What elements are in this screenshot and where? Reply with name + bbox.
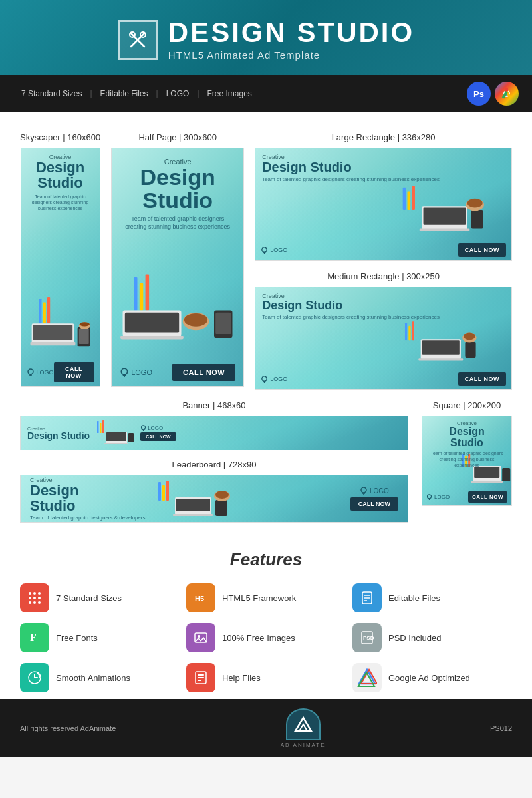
features-section: Features 7 Standard Sizes H5 HTML5 Frame… xyxy=(0,536,532,699)
sky-cta[interactable]: CALL NOW xyxy=(54,362,94,382)
svg-point-16 xyxy=(28,369,33,374)
halfpage-label: Half Page | 300x600 xyxy=(111,132,244,142)
standard-sizes-label: 7 Standard Sizes xyxy=(56,593,122,603)
html5-label: HTML5 Framework xyxy=(222,593,296,603)
google-chrome-icon[interactable] xyxy=(495,82,519,106)
svg-rect-46 xyxy=(412,321,414,340)
right-column: Large Rectangle | 336x280 Creative Desig… xyxy=(255,132,512,390)
lb-logo: LOGO xyxy=(350,487,398,495)
header-subtitle: HTML5 Animated Ad Template xyxy=(168,49,414,61)
free-images-label: 100% Free Images xyxy=(222,633,295,643)
sq-design: Design xyxy=(427,426,507,437)
svg-rect-38 xyxy=(471,210,483,228)
svg-text:H5: H5 xyxy=(195,595,204,602)
svg-point-89 xyxy=(33,592,36,595)
leaderboard-section: Leaderboard | 728x90 Creative Design Stu… xyxy=(20,460,408,523)
skyscraper-section: Skyscaper | 160x600 Creative Design Stud… xyxy=(20,132,100,390)
svg-point-94 xyxy=(29,601,31,604)
svg-rect-7 xyxy=(43,302,45,323)
med-logo: LOGO xyxy=(261,376,287,383)
lg-desk-svg xyxy=(370,184,511,237)
google-ad-label: Google Ad Optimized xyxy=(388,673,470,683)
svg-rect-44 xyxy=(405,323,407,340)
svg-rect-50 xyxy=(466,342,476,358)
svg-rect-58 xyxy=(102,420,104,433)
banner-cta[interactable]: CALL NOW xyxy=(140,432,176,441)
svg-text:PSD: PSD xyxy=(363,635,374,641)
lg-desc: Team of talented graphic designers creat… xyxy=(262,176,505,183)
svg-rect-32 xyxy=(403,188,406,210)
leaderboard-label: Leaderboard | 728x90 xyxy=(20,460,408,469)
lb-cta[interactable]: CALL NOW xyxy=(350,497,398,511)
banner-row: Banner | 468x60 Creative Design Studio xyxy=(20,400,512,523)
navbar-link-images[interactable]: Free Images xyxy=(200,89,260,98)
svg-rect-10 xyxy=(33,325,72,340)
navbar-link-editable[interactable]: Editable Files xyxy=(92,89,156,98)
footer-brand-section: AD ANIMATE xyxy=(281,708,326,748)
svg-rect-110 xyxy=(198,677,204,678)
svg-rect-8 xyxy=(47,297,50,323)
svg-rect-70 xyxy=(176,499,210,511)
psd-label: PSD Included xyxy=(388,633,442,643)
svg-rect-13 xyxy=(78,329,88,344)
svg-rect-60 xyxy=(106,432,126,441)
half-cta[interactable]: CALL NOW xyxy=(172,364,235,381)
navbar-link-fonts[interactable]: LOGO xyxy=(158,89,198,98)
sky-studio: Studio xyxy=(27,175,94,191)
lb-studio: Studio xyxy=(30,498,145,514)
svg-rect-6 xyxy=(39,299,41,323)
sky-desc: Team of talented graphic designers creat… xyxy=(27,194,94,211)
footer-logo: AD ANIMATE xyxy=(281,708,326,748)
svg-point-40 xyxy=(467,199,483,208)
footer: All rights reserved AdAnimate AD ANIMATE… xyxy=(0,699,532,757)
lg-design: Design Studio xyxy=(262,160,505,174)
large-rect-label: Large Rectangle | 336x280 xyxy=(255,132,512,142)
sq-cta[interactable]: CALL NOW xyxy=(468,491,507,503)
banner-section: Banner | 468x60 Creative Design Studio xyxy=(20,400,408,523)
square-label: Square | 200x200 xyxy=(422,400,512,410)
leaderboard-inner: Creative Design Studio Team of talented … xyxy=(21,475,408,522)
svg-point-15 xyxy=(79,322,89,326)
half-footer: LOGO CALL NOW xyxy=(112,358,243,386)
med-design: Design Studio xyxy=(262,299,505,311)
sky-footer: LOGO CALL NOW xyxy=(21,358,100,386)
svg-point-74 xyxy=(215,491,229,499)
scissors-icon xyxy=(126,28,150,52)
feature-editable: Editable Files xyxy=(352,583,512,612)
navbar-link-sizes[interactable]: 7 Standard Sizes xyxy=(13,89,90,98)
svg-rect-57 xyxy=(100,423,102,433)
half-desk-svg xyxy=(112,263,243,350)
svg-point-88 xyxy=(29,592,31,595)
banner-logo: LOGO xyxy=(140,425,176,431)
sq-studio: Studio xyxy=(427,437,507,449)
banner-ad: Creative Design Studio xyxy=(20,416,408,450)
feature-help: Help Files xyxy=(186,663,346,692)
svg-text:F: F xyxy=(30,632,37,643)
svg-rect-36 xyxy=(424,208,466,225)
svg-rect-21 xyxy=(146,275,150,311)
footer-code: PS012 xyxy=(490,724,512,732)
svg-point-75 xyxy=(361,487,366,493)
svg-rect-28 xyxy=(215,313,231,334)
animations-label: Smooth Animations xyxy=(56,673,130,683)
svg-point-93 xyxy=(38,597,41,599)
med-cta[interactable]: CALL NOW xyxy=(458,372,506,386)
photoshop-icon[interactable]: Ps xyxy=(467,82,491,106)
svg-rect-45 xyxy=(409,326,411,341)
feature-psd: PSD PSD Included xyxy=(352,623,512,652)
svg-point-26 xyxy=(184,313,207,327)
navbar-icons: Ps xyxy=(467,82,519,106)
large-rect-ad: Creative Design Studio Team of talented … xyxy=(255,148,512,261)
feature-free-images: 100% Free Images xyxy=(186,623,346,652)
med-footer: LOGO CALL NOW xyxy=(255,369,511,389)
editable-label: Editable Files xyxy=(388,593,440,603)
html5-icon: H5 xyxy=(186,583,215,612)
banner-design: Design Studio xyxy=(27,431,90,440)
svg-rect-48 xyxy=(422,340,460,355)
standard-sizes-icon xyxy=(20,583,49,612)
lg-cta[interactable]: CALL NOW xyxy=(458,243,506,257)
svg-rect-34 xyxy=(412,186,416,210)
footer-brand-text: AD ANIMATE xyxy=(281,742,326,748)
leaderboard-ad: Creative Design Studio Team of talented … xyxy=(20,475,408,523)
editable-icon xyxy=(352,583,382,612)
